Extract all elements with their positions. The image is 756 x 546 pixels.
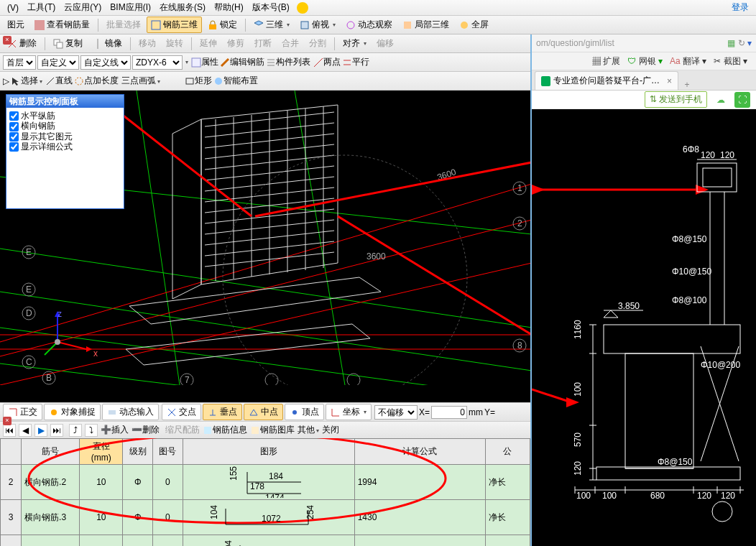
- btn-fullscreen[interactable]: 全屏: [455, 17, 493, 33]
- btn-edit-rebar[interactable]: 编辑钢筋: [220, 56, 264, 68]
- nav-prev[interactable]: ◀: [19, 424, 32, 437]
- btn-rect[interactable]: 矩形: [185, 75, 212, 87]
- btn-line[interactable]: 直线: [45, 75, 73, 87]
- bank-btn[interactable]: 🛡 网银 ▾: [627, 55, 663, 68]
- trans-btn[interactable]: Aа 翻译 ▾: [670, 55, 706, 68]
- btn-move[interactable]: 移动: [134, 35, 160, 52]
- table-row[interactable]: 2横向钢筋.210Φ015518417814741994净长: [1, 465, 530, 500]
- menu-cloud[interactable]: 云应用(Y): [60, 1, 106, 14]
- btn-extend[interactable]: 延伸: [195, 35, 221, 52]
- chk-other[interactable]: 显示其它图元: [9, 131, 121, 142]
- col-formula[interactable]: 计算公式: [354, 439, 485, 465]
- btn-info[interactable]: 钢筋信息: [203, 424, 247, 436]
- browser-tab[interactable]: 专业造价问题答疑平台-广联达 ×: [535, 71, 678, 90]
- btn-attr[interactable]: 属性: [191, 56, 218, 68]
- btn-top-view[interactable]: 俯视▾: [295, 17, 340, 33]
- btn-rebar-qty[interactable]: 查看钢筋量: [30, 17, 94, 33]
- axis-select[interactable]: ZDYX-6: [132, 55, 183, 70]
- btn-local-3d[interactable]: 局部三维: [398, 17, 453, 33]
- btn-element[interactable]: 图元: [3, 17, 29, 33]
- menu-tools[interactable]: 工具(T): [23, 1, 60, 14]
- tg-perp[interactable]: 垂点: [203, 404, 242, 420]
- nav-up[interactable]: ⤴: [69, 424, 82, 437]
- btn-lock[interactable]: 锁定: [203, 17, 241, 33]
- tg-cross[interactable]: 交点: [162, 404, 201, 420]
- btn-merge[interactable]: 合并: [277, 35, 303, 52]
- floor-select[interactable]: 首层: [3, 55, 36, 70]
- chk-horiz[interactable]: 水平纵筋: [9, 111, 121, 121]
- x-input[interactable]: [431, 406, 467, 419]
- btn-scale[interactable]: 缩尺配筋: [165, 424, 200, 436]
- btn-rebar-3d[interactable]: 钢筋三维: [147, 17, 202, 33]
- btn-two-point[interactable]: 两点: [313, 56, 341, 68]
- btn-arc[interactable]: 三点画弧▾: [121, 75, 160, 87]
- refresh-icon[interactable]: ↻: [738, 38, 745, 48]
- col-dia[interactable]: 直径(mm): [80, 439, 123, 465]
- btn-smart[interactable]: 智能布置: [213, 75, 258, 87]
- btn-close[interactable]: 关闭: [322, 424, 339, 436]
- btn-trim[interactable]: 修剪: [223, 35, 249, 52]
- menu-bim[interactable]: BIM应用(I): [106, 1, 155, 14]
- btn-mirror[interactable]: 镜像: [88, 35, 126, 52]
- col-lvl[interactable]: 级别: [123, 439, 153, 465]
- btn-copy[interactable]: 复制: [49, 35, 87, 52]
- menu-v[interactable]: (V): [3, 3, 23, 13]
- custom-select[interactable]: 自定义: [37, 55, 79, 70]
- btn-component-list[interactable]: 构件列表: [266, 56, 310, 68]
- table-row[interactable]: 3横向钢筋.310Φ010410722541430净长: [1, 500, 530, 535]
- btn-other[interactable]: 其他▾: [298, 424, 319, 436]
- col-shape[interactable]: 图形: [183, 439, 354, 465]
- section-drawing[interactable]: 6Φ8 120120 Φ8@150 Φ10@150 Φ8@100 3.850 Φ…: [532, 109, 756, 546]
- address-bar[interactable]: om/question/giml/list ▦ ↻ ▾: [532, 34, 756, 52]
- tg-snap[interactable]: 对象捕捉: [44, 404, 101, 420]
- tab-close[interactable]: ×: [667, 76, 672, 86]
- nav-next[interactable]: ▶: [34, 424, 47, 437]
- rebar-grid[interactable]: 筋号 直径(mm) 级别 图号 图形 计算公式 公 2横向钢筋.210Φ0155…: [0, 438, 530, 546]
- shot-btn[interactable]: ✂ 截图 ▾: [714, 55, 747, 68]
- btn-del-row[interactable]: ➖删除: [132, 424, 160, 436]
- nav-last[interactable]: ⏭: [50, 424, 63, 437]
- offset-select[interactable]: 不偏移: [374, 405, 418, 420]
- qr-icon[interactable]: ▦: [727, 38, 735, 48]
- menu-online[interactable]: 在线服务(S): [155, 1, 210, 14]
- viewport-3d[interactable]: E E C B D 7 1 2 8 3600 3600 z x 钢筋显示控制面板…: [0, 91, 530, 402]
- btn-dynamic-view[interactable]: 动态观察: [341, 17, 397, 33]
- rebar-display-panel[interactable]: 钢筋显示控制面板 水平纵筋 横向钢筋 显示其它图元 显示详细公式: [6, 94, 124, 209]
- col-pub[interactable]: 公: [485, 439, 530, 465]
- nav-down[interactable]: ⤵: [85, 424, 98, 437]
- tg-vertex[interactable]: 顶点: [285, 404, 324, 420]
- btn-add-length[interactable]: 点加长度: [74, 75, 119, 87]
- login-link[interactable]: 登录: [727, 1, 753, 14]
- btn-lib[interactable]: 钢筋图库: [250, 424, 295, 436]
- nav-first[interactable]: ⏮: [3, 424, 16, 437]
- close-rebar[interactable]: ×: [3, 417, 11, 425]
- new-tab[interactable]: +: [678, 80, 696, 90]
- axis-label-select[interactable]: 自定义线: [80, 55, 131, 70]
- tg-mid[interactable]: 中点: [244, 404, 283, 420]
- tg-coord[interactable]: 坐标▾: [326, 404, 372, 420]
- cloud-icon[interactable]: ☁: [713, 92, 729, 108]
- btn-break[interactable]: 打断: [250, 35, 276, 52]
- send-phone[interactable]: ⇅ 发送到手机: [645, 91, 707, 108]
- btn-split[interactable]: 分割: [305, 35, 331, 52]
- chk-vert[interactable]: 横向钢筋: [9, 121, 121, 131]
- chevron-down-icon[interactable]: ▾: [747, 38, 752, 48]
- menu-help[interactable]: 帮助(H): [210, 1, 248, 14]
- expand-icon[interactable]: ⛶: [734, 92, 750, 108]
- btn-rotate[interactable]: 旋转: [162, 35, 188, 52]
- table-row[interactable]: 4横向钢筋.410Φ01044841279净长: [1, 535, 530, 547]
- btn-batch-select[interactable]: 批量选择: [102, 17, 145, 33]
- close-toolbar[interactable]: ×: [3, 36, 11, 45]
- btn-insert[interactable]: ➕插入: [101, 424, 129, 436]
- btn-offset[interactable]: 偏移: [372, 35, 398, 52]
- btn-align[interactable]: 对齐▾: [338, 35, 371, 52]
- ext-btn[interactable]: ▦ 扩展: [592, 55, 620, 68]
- btn-select[interactable]: 选择▾: [11, 75, 42, 87]
- menu-version[interactable]: 版本号(B): [248, 1, 294, 14]
- tg-dyn[interactable]: 动态输入: [102, 404, 159, 420]
- col-name[interactable]: 筋号: [22, 439, 80, 465]
- btn-parallel[interactable]: 平行: [342, 56, 369, 68]
- col-no[interactable]: 图号: [153, 439, 183, 465]
- btn-3d[interactable]: 三维▾: [249, 17, 294, 33]
- chk-formula[interactable]: 显示详细公式: [9, 142, 121, 152]
